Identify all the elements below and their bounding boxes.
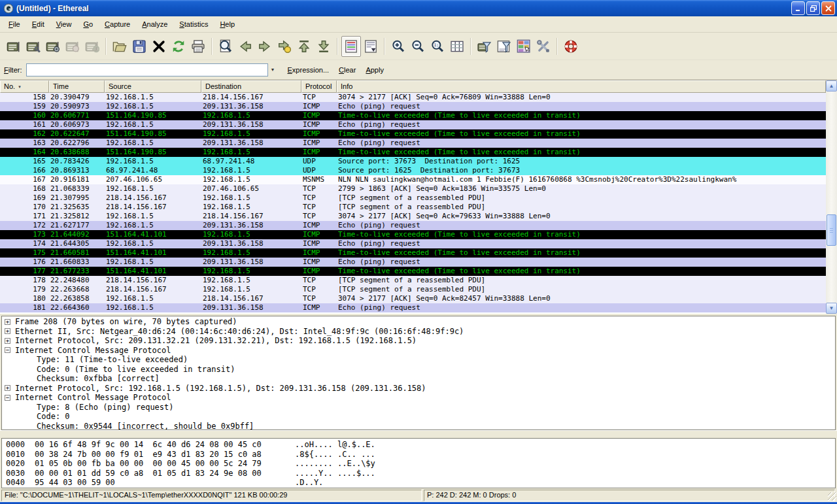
packet-row[interactable]: 16821.068339192.168.1.5207.46.106.65TCP2… [0,184,826,193]
hex-line[interactable]: 003000 00 01 01 dd 59 c0 a8 01 05 d1 83 … [6,469,835,479]
filter-input[interactable] [26,63,268,76]
detail-line[interactable]: +Internet Protocol, Src: 192.168.1.5 (19… [2,384,835,394]
minimize-button[interactable] [791,1,805,15]
capture-filter-button[interactable] [475,36,494,57]
scrollbar-thumb[interactable] [827,214,836,246]
expand-icon[interactable]: + [5,338,10,344]
column-header-info[interactable]: Info [337,80,826,93]
resize-grip[interactable] [828,492,836,501]
column-header-destination[interactable]: Destination [201,80,301,93]
pane-splitter-bottom[interactable] [0,430,837,438]
capture-stop-button[interactable] [63,36,82,57]
capture-restart-button[interactable] [82,36,102,57]
hex-line[interactable]: 000000 16 6f 48 9f 9c 00 14 6c 40 d6 24 … [6,440,835,450]
collapse-icon[interactable]: − [5,347,10,353]
column-header-protocol[interactable]: Protocol [301,80,337,93]
detail-line[interactable]: +Ethernet II, Src: Netgear_40:d6:24 (00:… [2,327,835,337]
reload-button[interactable] [169,36,188,57]
packet-row[interactable]: 17621.660833192.168.1.5209.131.36.158ICM… [0,258,826,267]
capture-options-button[interactable] [24,36,43,57]
hex-line[interactable]: 001000 38 24 7b 00 00 f9 01 e9 43 d1 83 … [6,450,835,460]
autoscroll-button[interactable] [361,36,381,57]
detail-line[interactable]: Code: 0 (Time to live exceeded in transi… [2,365,835,375]
go-top-button[interactable] [294,36,314,57]
clear-button[interactable]: Clear [339,66,356,74]
resize-columns-button[interactable] [447,36,467,57]
packet-row[interactable]: 15920.590973192.168.1.5209.131.36.158ICM… [0,102,826,111]
packet-row[interactable]: 16921.307995218.14.156.167192.168.1.5TCP… [0,193,826,203]
preferences-button[interactable] [534,36,553,57]
expand-icon[interactable]: + [5,385,10,391]
packet-row[interactable]: 17421.644305192.168.1.5209.131.36.158ICM… [0,239,826,248]
packet-row[interactable]: 16420.638688151.164.190.85192.168.1.5ICM… [0,148,826,157]
detail-line[interactable]: Type: 11 (Time-to-live exceeded) [2,355,835,365]
detail-line[interactable]: Checksum: 0xfbba [correct] [2,374,835,384]
zoom-in-button[interactable] [388,36,408,57]
menu-file[interactable]: File [3,18,26,31]
coloring-rules-button[interactable] [514,36,534,57]
packet-row[interactable]: 17321.644092151.164.41.101192.168.1.5ICM… [0,230,826,239]
packet-row[interactable]: 18122.664360192.168.1.5209.131.36.158ICM… [0,303,826,312]
colorize-button[interactable] [341,36,361,57]
column-header-time[interactable]: Time [49,80,105,93]
menu-statistics[interactable]: Statistics [173,18,214,31]
detail-line[interactable]: +Internet Protocol, Src: 209.131.32.21 (… [2,336,835,346]
detail-line[interactable]: −Internet Control Message Protocol [2,346,835,356]
packet-row[interactable]: 16220.622647151.164.190.85192.168.1.5ICM… [0,129,826,139]
detail-line[interactable]: Checksum: 0x9544 [incorrect, should be 0… [2,422,835,431]
expand-icon[interactable]: + [5,319,10,325]
menu-capture[interactable]: Capture [99,18,136,31]
packet-row[interactable]: 17822.248480218.14.156.167192.168.1.5TCP… [0,276,826,285]
detail-line[interactable]: −Internet Control Message Protocol [2,393,835,403]
menu-go[interactable]: Go [77,18,99,31]
capture-interfaces-button[interactable] [4,36,24,57]
collapse-icon[interactable]: − [5,395,10,401]
packet-row[interactable]: 15820.390479192.168.1.5218.14.156.167TCP… [0,93,826,102]
menu-analyze[interactable]: Analyze [136,18,173,31]
hex-line[interactable]: 004095 44 03 00 59 00.D..Y. [6,478,835,488]
menu-help[interactable]: Help [214,18,241,31]
close-button[interactable] [821,1,835,15]
packet-list-scrollbar[interactable]: ▲ ▼ [826,80,837,314]
zoom-actual-button[interactable]: 1:1 [428,36,447,57]
detail-line[interactable]: Type: 8 (Echo (ping) request) [2,403,835,412]
packet-row[interactable]: 16320.622796192.168.1.5209.131.36.158ICM… [0,139,826,148]
expression-button[interactable]: Expression... [288,66,330,74]
back-button[interactable] [235,36,255,57]
detail-line[interactable]: Code: 0 [2,412,835,422]
find-button[interactable] [216,36,235,57]
goto-packet-button[interactable] [275,36,294,57]
packet-row[interactable]: 17521.660581151.164.41.101192.168.1.5ICM… [0,248,826,258]
scroll-up-icon[interactable]: ▲ [826,80,837,92]
scroll-down-icon[interactable]: ▼ [826,303,837,314]
expand-icon[interactable]: + [5,328,10,334]
display-filter-button[interactable] [494,36,514,57]
zoom-out-button[interactable] [408,36,428,57]
packet-row[interactable]: 16120.606973192.168.1.5209.131.36.158ICM… [0,120,826,129]
packet-row[interactable]: 16520.783426192.168.1.568.97.241.48UDPSo… [0,157,826,166]
hex-line[interactable]: 002001 05 0b 00 fb ba 00 00 00 00 45 00 … [6,459,835,469]
packet-row[interactable]: 17021.325635218.14.156.167192.168.1.5TCP… [0,203,826,212]
go-bottom-button[interactable] [314,36,333,57]
capture-start-button[interactable] [43,36,63,57]
column-header-no[interactable]: No.▾ [0,80,49,93]
packet-row[interactable]: 16020.606771151.164.190.85192.168.1.5ICM… [0,111,826,120]
print-button[interactable] [188,36,208,57]
help-button[interactable] [561,36,581,57]
packet-row[interactable]: 16720.916181207.46.106.65192.168.1.5MSNM… [0,175,826,184]
packet-row[interactable]: 18022.263858192.168.1.5218.14.156.167TCP… [0,294,826,303]
menu-edit[interactable]: Edit [26,18,50,31]
close-button[interactable] [149,36,169,57]
detail-line[interactable]: +Frame 208 (70 bytes on wire, 70 bytes c… [2,317,835,327]
maximize-button[interactable] [806,1,820,15]
apply-button[interactable]: Apply [366,66,384,74]
forward-button[interactable] [255,36,275,57]
menu-view[interactable]: View [50,18,78,31]
packet-row[interactable]: 17922.263668218.14.156.167192.168.1.5TCP… [0,285,826,294]
packet-row[interactable]: 16620.86931368.97.241.48192.168.1.5UDPSo… [0,166,826,175]
packet-row[interactable]: 17121.325812192.168.1.5218.14.156.167TCP… [0,212,826,221]
save-button[interactable] [129,36,149,57]
packet-row[interactable]: 17721.677233151.164.41.101192.168.1.5ICM… [0,267,826,276]
packet-row[interactable]: 17221.627177192.168.1.5209.131.36.158ICM… [0,221,826,230]
column-header-source[interactable]: Source [105,80,201,93]
